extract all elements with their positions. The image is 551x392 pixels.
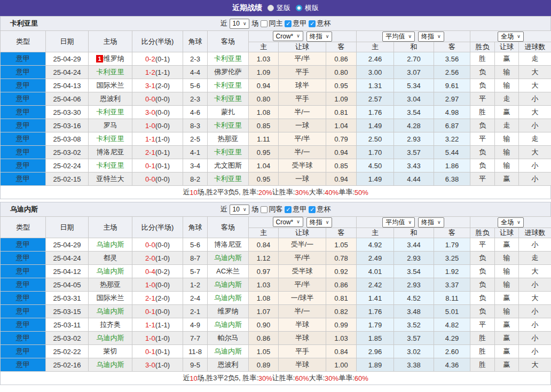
away-team-link[interactable]: 乌迪内斯 [214, 347, 242, 355]
odds-group-header: Crow*∨终指∨ [249, 31, 357, 42]
away-team-link[interactable]: 乌迪内斯 [214, 320, 242, 328]
fulltime-score: 0-2 [145, 55, 155, 63]
avg-final-select[interactable]: 终指∨ [418, 32, 444, 42]
avg-home-cell: 1.76 [357, 106, 394, 119]
handicap-cell: 半球 [279, 332, 326, 345]
avg-home-cell: 2.50 [357, 132, 394, 146]
avg-away-cell: 4.98 [434, 106, 470, 119]
stat-label: 近 [183, 373, 190, 383]
result-handicap-cell: 输 [495, 79, 519, 92]
avg-away-cell: 1.92 [434, 265, 470, 278]
sections-container: 卡利亚里近10∨场同主✓意甲✓意杯类型日期主场比分(半场)角球客场Crow*∨终… [0, 16, 551, 385]
results-table: 类型日期主场比分(半场)角球客场Crow*∨终指∨平均值∨终指∨全场∨主让球客主… [0, 216, 551, 372]
avg-final-select[interactable]: 终指∨ [418, 217, 444, 228]
halftime-score: (1-1) [155, 321, 170, 329]
cup-checkbox[interactable]: ✓ [309, 20, 316, 27]
odds-away-cell: 1.03 [326, 332, 357, 345]
away-team-link[interactable]: 卡利亚里 [214, 175, 242, 183]
home-team-link: 国际米兰 [97, 81, 124, 89]
league-checkbox[interactable]: ✓ [285, 206, 292, 213]
odds-company-select-value: Crow* [276, 33, 294, 40]
match-row: 意甲25-03-31国际米兰2-1(2-0)2-4乌迪内斯1.08一/球半0.8… [1, 292, 551, 305]
score-cell: 1-0(0-0) [132, 119, 183, 132]
score-cell: 1-0(1-0) [132, 332, 183, 345]
result-wdl-cell: 平 [470, 92, 495, 106]
cup-option[interactable]: ✓意杯 [309, 205, 330, 214]
same-venue-option[interactable]: 同主 [261, 19, 282, 28]
column-header: 角球 [183, 217, 208, 238]
stat-value: 20% [258, 189, 272, 197]
halftime-score: (0-0) [155, 108, 170, 116]
home-team-link[interactable]: 卡利亚里 [97, 68, 124, 76]
date-cell: 25-03-31 [46, 292, 89, 305]
avg-select[interactable]: 平均值∨ [382, 217, 415, 228]
league-option[interactable]: ✓意甲 [285, 19, 306, 28]
halftime-score: (0-0) [155, 241, 170, 249]
odds-final-select[interactable]: 终指∨ [306, 217, 333, 228]
cup-label: 意杯 [317, 205, 330, 214]
score-cell: 0-0(0-0) [132, 238, 183, 252]
date-cell: 25-03-15 [46, 305, 89, 318]
recent-count-select[interactable]: 10∨ [230, 19, 250, 29]
odds-home-cell: 1.03 [249, 52, 279, 66]
home-team-link[interactable]: 卡利亚里 [97, 161, 124, 169]
column-header: 客场 [208, 217, 249, 238]
home-team-link[interactable]: 乌迪内斯 [97, 307, 124, 315]
layout-option-vertical[interactable]: 竖版 [267, 3, 290, 13]
avg-select[interactable]: 平均值∨ [382, 32, 415, 42]
avg-final-select-value: 终指 [421, 32, 434, 41]
away-team-link[interactable]: 卡利亚里 [214, 54, 242, 62]
scope-select[interactable]: 全场∨ [498, 217, 524, 228]
home-team-link[interactable]: 乌迪内斯 [97, 267, 124, 275]
away-team-link[interactable]: 乌迪内斯 [214, 294, 242, 302]
avg-home-cell: 4.92 [357, 238, 394, 252]
recent-count-select[interactable]: 10∨ [230, 205, 250, 215]
home-team-link[interactable]: 乌迪内斯 [97, 334, 124, 342]
home-team-link[interactable]: 卡利亚里 [97, 135, 124, 143]
result-wdl-cell: 负 [470, 119, 495, 132]
handicap-cell: 受半球 [279, 159, 326, 173]
home-team-link: 恩波利 [100, 95, 121, 103]
away-team-link[interactable]: 卡利亚里 [214, 148, 242, 156]
handicap-cell: 一球 [279, 173, 326, 186]
cup-option[interactable]: ✓意杯 [309, 19, 330, 28]
same-venue-option[interactable]: 同客 [261, 205, 282, 214]
fulltime-score: 3-0 [145, 108, 155, 116]
home-team-link[interactable]: 卡利亚里 [97, 108, 124, 116]
scope-select[interactable]: 全场∨ [498, 32, 524, 42]
avg-draw-cell: 4.52 [394, 292, 434, 305]
league-checkbox[interactable]: ✓ [285, 20, 292, 27]
scope-select-value: 全场 [501, 32, 514, 41]
odds-home-cell: 1.08 [249, 292, 279, 305]
handicap-cell: 平手 [279, 66, 326, 79]
away-team-link[interactable]: 卡利亚里 [214, 121, 242, 129]
halftime-score: (1-0) [155, 135, 170, 143]
away-team-link[interactable]: 卡利亚里 [214, 81, 242, 89]
league-type-cell: 意甲 [1, 92, 46, 106]
cup-checkbox[interactable]: ✓ [309, 206, 316, 213]
odds-home-cell: 0.89 [249, 358, 279, 372]
away-team-link[interactable]: 乌迪内斯 [214, 254, 242, 262]
home-team-link: 莱切 [104, 347, 117, 355]
avg-away-cell: 4.36 [434, 358, 470, 372]
home-team-link[interactable]: 乌迪内斯 [97, 360, 124, 369]
away-team-link[interactable]: 卡利亚里 [214, 95, 242, 103]
corner-cell: 8-7 [183, 252, 208, 265]
layout-option-horizontal[interactable]: 横版 [296, 3, 319, 13]
chevron-down-icon: ∨ [437, 34, 441, 39]
avg-draw-cell: 2.70 [394, 52, 434, 66]
odds-company-select[interactable]: Crow*∨ [273, 31, 303, 41]
odds-company-select-value: Crow* [276, 218, 294, 226]
away-team-link[interactable]: 乌迪内斯 [214, 280, 242, 288]
same-venue-checkbox[interactable] [261, 206, 267, 213]
odds-final-select[interactable]: 终指∨ [306, 32, 333, 42]
avg-away-cell: 1.86 [434, 159, 470, 173]
column-header: 日期 [46, 217, 89, 238]
league-option[interactable]: ✓意甲 [285, 205, 306, 214]
away-team-cell: 恩波利 [208, 358, 249, 372]
same-venue-checkbox[interactable] [261, 20, 267, 27]
result-goals-cell: 小 [519, 345, 551, 358]
score-cell: 0-1(0-0) [132, 305, 183, 318]
home-team-link[interactable]: 乌迪内斯 [97, 240, 124, 248]
odds-company-select[interactable]: Crow*∨ [273, 217, 303, 227]
